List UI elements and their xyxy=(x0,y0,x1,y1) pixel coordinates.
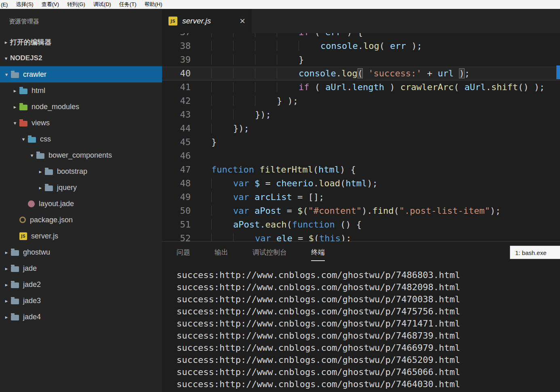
code-line[interactable]: 46 xyxy=(162,149,560,163)
tree-item-html[interactable]: ▸html xyxy=(0,82,162,99)
code-line[interactable]: 37 if ( err ) { xyxy=(162,33,560,39)
code-token: console xyxy=(320,41,358,51)
line-number: 50 xyxy=(162,204,202,218)
code-text: aPost.each(function () { xyxy=(202,218,362,232)
open-editors-label: 打开的编辑器 xyxy=(10,38,51,47)
code-line[interactable]: 38 console.log( err ); xyxy=(162,39,560,53)
menu-item-edit-partial[interactable]: (E) xyxy=(0,2,12,8)
terminal-picker[interactable]: 1: bash.exe xyxy=(510,246,560,259)
code-line[interactable]: 40 console.log( 'success:' + url ); xyxy=(162,67,560,80)
code-token: ) xyxy=(384,82,400,92)
terminal-line[interactable]: success:http://www.cnblogs.com/ghostwu/p… xyxy=(177,354,560,366)
panel-tab-output[interactable]: 输出 xyxy=(215,248,228,261)
tree-item-server-js[interactable]: JSserver.js xyxy=(0,228,162,244)
menu-item-help[interactable]: 帮助(H) xyxy=(140,1,166,8)
code-line[interactable]: 47function filterHtml(html) { xyxy=(162,163,560,177)
code-token: ); xyxy=(406,41,422,51)
tree-item-jade4[interactable]: ▸jade4 xyxy=(0,309,162,325)
code-editor[interactable]: 37 if ( err ) {38 console.log( err );39 … xyxy=(162,33,560,241)
code-token: }); xyxy=(255,110,271,120)
workspace-root-section[interactable]: ▾ NODEJS2 xyxy=(0,50,162,66)
chevron-right-icon: ▸ xyxy=(2,249,11,255)
code-token: var xyxy=(233,206,249,216)
code-line[interactable]: 45} xyxy=(162,135,560,149)
code-token: "#content" xyxy=(308,206,361,216)
tree-item-jade[interactable]: ▸jade xyxy=(0,260,162,276)
chevron-right-icon: ▸ xyxy=(11,88,19,94)
chevron-right-icon: ▸ xyxy=(2,314,11,320)
terminal-line[interactable]: success:http://www.cnblogs.com/ghostwu/p… xyxy=(177,281,560,293)
code-token: log xyxy=(341,68,358,78)
terminal-line[interactable]: success:http://www.cnblogs.com/ghostwu/p… xyxy=(177,318,560,330)
code-token: aPost xyxy=(233,219,260,230)
code-token: function xyxy=(292,219,335,230)
menu-item-selection[interactable]: 选择(S) xyxy=(12,1,37,8)
indent-guide xyxy=(233,110,255,120)
code-token: cheerio xyxy=(276,178,314,188)
tree-item-package-json[interactable]: package.json xyxy=(0,212,162,228)
tree-item-label: ghostwu xyxy=(23,248,50,257)
terminal-line[interactable]: success:http://www.cnblogs.com/ghostwu/p… xyxy=(177,342,560,354)
code-line[interactable]: 49 var arcList = []; xyxy=(162,190,560,204)
terminal-line[interactable]: success:http://www.cnblogs.com/ghostwu/p… xyxy=(177,378,560,390)
tree-item-bootstrap[interactable]: ▸bootstrap xyxy=(0,163,162,179)
folder-icon xyxy=(11,72,19,78)
tree-item-views[interactable]: ▾views xyxy=(0,115,162,131)
open-editors-section[interactable]: ▸ 打开的编辑器 xyxy=(0,34,162,50)
terminal-line[interactable]: success:http://www.cnblogs.com/ghostwu/p… xyxy=(177,269,560,281)
tree-item-bower-components[interactable]: ▾bower_components xyxy=(0,147,162,163)
code-line[interactable]: 43 }); xyxy=(162,108,560,122)
terminal-line[interactable]: success:http://www.cnblogs.com/ghostwu/p… xyxy=(177,366,560,378)
code-token: ; xyxy=(465,68,470,78)
code-line[interactable]: 41 if ( aUrl.length ) crawlerArc( aUrl.s… xyxy=(162,80,560,94)
code-token: }); xyxy=(233,123,249,133)
terminal-line[interactable]: success:http://www.cnblogs.com/ghostwu/p… xyxy=(177,293,560,306)
tree-item-jquery[interactable]: ▸jquery xyxy=(0,179,162,196)
menu-item-debug[interactable]: 调试(D) xyxy=(89,1,115,8)
code-token: ( xyxy=(379,41,390,51)
code-line[interactable]: 44 }); xyxy=(162,122,560,135)
code-token: shift xyxy=(491,82,518,92)
folder-icon xyxy=(45,169,53,175)
tree-item-label: node_modules xyxy=(32,103,79,111)
code-content: 37 if ( err ) {38 console.log( err );39 … xyxy=(162,33,560,241)
close-icon[interactable]: × xyxy=(240,16,245,26)
code-line[interactable]: 52 var ele = $(this); xyxy=(162,232,560,241)
panel-tab-terminal[interactable]: 终端 xyxy=(311,248,325,261)
line-number: 48 xyxy=(162,177,202,190)
panel-tab-problems[interactable]: 问题 xyxy=(177,248,190,261)
code-line[interactable]: 51 aPost.each(function () { xyxy=(162,218,560,232)
menu-item-tasks[interactable]: 任务(T) xyxy=(115,1,141,8)
chevron-down-icon: ▾ xyxy=(2,72,11,78)
terminal-line[interactable]: success:http://www.cnblogs.com/ghostwu/p… xyxy=(177,330,560,342)
chevron-down-icon: ▾ xyxy=(2,55,10,61)
tree-item-jade2[interactable]: ▸jade2 xyxy=(0,276,162,293)
tree-item-jade3[interactable]: ▸jade3 xyxy=(0,293,162,309)
indent-guide xyxy=(255,82,277,92)
indent-guide xyxy=(255,33,277,37)
code-line[interactable]: 50 var aPost = $("#content").find(".post… xyxy=(162,204,560,218)
code-token: find xyxy=(372,206,394,216)
code-token: $ xyxy=(297,206,303,216)
indent-guide xyxy=(211,206,233,216)
tree-item-node-modules[interactable]: ▸node_modules xyxy=(0,99,162,115)
tree-item-css[interactable]: ▾css xyxy=(0,131,162,147)
menu-item-view[interactable]: 查看(V) xyxy=(38,1,63,8)
menu-item-goto[interactable]: 转到(G) xyxy=(63,1,89,8)
tree-item-layout-jade[interactable]: layout.jade xyxy=(0,196,162,212)
code-line[interactable]: 48 var $ = cheerio.load(html); xyxy=(162,177,560,190)
code-line[interactable]: 42 } ); xyxy=(162,94,560,108)
code-line[interactable]: 39 } xyxy=(162,53,560,67)
tree-item-label: jquery xyxy=(57,183,77,192)
jade-icon xyxy=(28,200,35,207)
code-token: + xyxy=(422,68,438,78)
terminal-line[interactable]: success:http://www.cnblogs.com/ghostwu/p… xyxy=(177,306,560,318)
editor-tab-server-js[interactable]: JS server.js × xyxy=(162,9,252,33)
indent-guide xyxy=(211,33,233,37)
tree-item-ghostwu[interactable]: ▸ghostwu xyxy=(0,244,162,260)
code-token: log xyxy=(363,41,379,51)
code-token xyxy=(271,233,276,241)
code-token: ( xyxy=(340,178,345,188)
panel-tab-debug-console[interactable]: 调试控制台 xyxy=(253,248,287,261)
tree-item-crawler[interactable]: ▾crawler xyxy=(0,66,162,82)
